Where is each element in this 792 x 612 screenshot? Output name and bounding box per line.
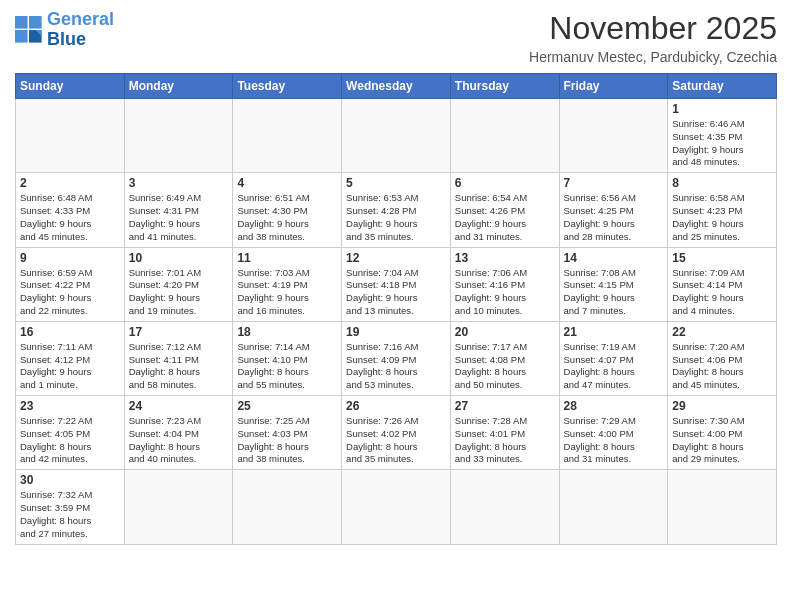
day-info: Sunrise: 7:28 AM Sunset: 4:01 PM Dayligh… bbox=[455, 415, 555, 466]
day-cell: 5Sunrise: 6:53 AM Sunset: 4:28 PM Daylig… bbox=[342, 173, 451, 247]
day-cell bbox=[450, 99, 559, 173]
day-cell: 19Sunrise: 7:16 AM Sunset: 4:09 PM Dayli… bbox=[342, 321, 451, 395]
day-cell: 23Sunrise: 7:22 AM Sunset: 4:05 PM Dayli… bbox=[16, 396, 125, 470]
day-cell bbox=[16, 99, 125, 173]
day-cell: 18Sunrise: 7:14 AM Sunset: 4:10 PM Dayli… bbox=[233, 321, 342, 395]
day-info: Sunrise: 7:01 AM Sunset: 4:20 PM Dayligh… bbox=[129, 267, 229, 318]
day-info: Sunrise: 7:17 AM Sunset: 4:08 PM Dayligh… bbox=[455, 341, 555, 392]
day-number: 1 bbox=[672, 102, 772, 116]
day-cell: 9Sunrise: 6:59 AM Sunset: 4:22 PM Daylig… bbox=[16, 247, 125, 321]
day-number: 27 bbox=[455, 399, 555, 413]
day-number: 10 bbox=[129, 251, 229, 265]
week-row-1: 2Sunrise: 6:48 AM Sunset: 4:33 PM Daylig… bbox=[16, 173, 777, 247]
day-cell: 10Sunrise: 7:01 AM Sunset: 4:20 PM Dayli… bbox=[124, 247, 233, 321]
day-number: 17 bbox=[129, 325, 229, 339]
day-cell: 28Sunrise: 7:29 AM Sunset: 4:00 PM Dayli… bbox=[559, 396, 668, 470]
day-cell: 1Sunrise: 6:46 AM Sunset: 4:35 PM Daylig… bbox=[668, 99, 777, 173]
day-number: 24 bbox=[129, 399, 229, 413]
day-cell bbox=[559, 470, 668, 544]
day-cell: 11Sunrise: 7:03 AM Sunset: 4:19 PM Dayli… bbox=[233, 247, 342, 321]
day-cell: 20Sunrise: 7:17 AM Sunset: 4:08 PM Dayli… bbox=[450, 321, 559, 395]
day-info: Sunrise: 6:54 AM Sunset: 4:26 PM Dayligh… bbox=[455, 192, 555, 243]
logo-icon bbox=[15, 16, 43, 44]
day-cell: 26Sunrise: 7:26 AM Sunset: 4:02 PM Dayli… bbox=[342, 396, 451, 470]
day-number: 14 bbox=[564, 251, 664, 265]
day-number: 16 bbox=[20, 325, 120, 339]
day-number: 26 bbox=[346, 399, 446, 413]
day-info: Sunrise: 7:16 AM Sunset: 4:09 PM Dayligh… bbox=[346, 341, 446, 392]
day-number: 30 bbox=[20, 473, 120, 487]
day-number: 20 bbox=[455, 325, 555, 339]
day-cell: 14Sunrise: 7:08 AM Sunset: 4:15 PM Dayli… bbox=[559, 247, 668, 321]
week-row-4: 23Sunrise: 7:22 AM Sunset: 4:05 PM Dayli… bbox=[16, 396, 777, 470]
day-cell: 15Sunrise: 7:09 AM Sunset: 4:14 PM Dayli… bbox=[668, 247, 777, 321]
day-number: 4 bbox=[237, 176, 337, 190]
day-cell bbox=[559, 99, 668, 173]
day-number: 23 bbox=[20, 399, 120, 413]
day-info: Sunrise: 7:09 AM Sunset: 4:14 PM Dayligh… bbox=[672, 267, 772, 318]
day-cell: 16Sunrise: 7:11 AM Sunset: 4:12 PM Dayli… bbox=[16, 321, 125, 395]
day-number: 9 bbox=[20, 251, 120, 265]
col-wednesday: Wednesday bbox=[342, 74, 451, 99]
day-number: 2 bbox=[20, 176, 120, 190]
day-cell: 21Sunrise: 7:19 AM Sunset: 4:07 PM Dayli… bbox=[559, 321, 668, 395]
day-number: 25 bbox=[237, 399, 337, 413]
day-number: 11 bbox=[237, 251, 337, 265]
day-info: Sunrise: 7:14 AM Sunset: 4:10 PM Dayligh… bbox=[237, 341, 337, 392]
day-info: Sunrise: 7:23 AM Sunset: 4:04 PM Dayligh… bbox=[129, 415, 229, 466]
day-info: Sunrise: 6:51 AM Sunset: 4:30 PM Dayligh… bbox=[237, 192, 337, 243]
day-cell bbox=[450, 470, 559, 544]
col-saturday: Saturday bbox=[668, 74, 777, 99]
day-cell: 27Sunrise: 7:28 AM Sunset: 4:01 PM Dayli… bbox=[450, 396, 559, 470]
col-friday: Friday bbox=[559, 74, 668, 99]
day-cell: 17Sunrise: 7:12 AM Sunset: 4:11 PM Dayli… bbox=[124, 321, 233, 395]
day-number: 29 bbox=[672, 399, 772, 413]
day-cell: 30Sunrise: 7:32 AM Sunset: 3:59 PM Dayli… bbox=[16, 470, 125, 544]
month-title: November 2025 bbox=[529, 10, 777, 47]
day-info: Sunrise: 6:49 AM Sunset: 4:31 PM Dayligh… bbox=[129, 192, 229, 243]
day-number: 6 bbox=[455, 176, 555, 190]
day-cell bbox=[668, 470, 777, 544]
day-cell: 12Sunrise: 7:04 AM Sunset: 4:18 PM Dayli… bbox=[342, 247, 451, 321]
header: General Blue November 2025 Hermanuv Mest… bbox=[15, 10, 777, 65]
day-info: Sunrise: 7:32 AM Sunset: 3:59 PM Dayligh… bbox=[20, 489, 120, 540]
day-number: 21 bbox=[564, 325, 664, 339]
day-cell bbox=[124, 470, 233, 544]
day-info: Sunrise: 6:59 AM Sunset: 4:22 PM Dayligh… bbox=[20, 267, 120, 318]
header-row: Sunday Monday Tuesday Wednesday Thursday… bbox=[16, 74, 777, 99]
day-info: Sunrise: 7:03 AM Sunset: 4:19 PM Dayligh… bbox=[237, 267, 337, 318]
day-cell: 29Sunrise: 7:30 AM Sunset: 4:00 PM Dayli… bbox=[668, 396, 777, 470]
day-info: Sunrise: 7:30 AM Sunset: 4:00 PM Dayligh… bbox=[672, 415, 772, 466]
logo: General Blue bbox=[15, 10, 114, 50]
day-info: Sunrise: 7:25 AM Sunset: 4:03 PM Dayligh… bbox=[237, 415, 337, 466]
day-cell: 13Sunrise: 7:06 AM Sunset: 4:16 PM Dayli… bbox=[450, 247, 559, 321]
svg-rect-0 bbox=[15, 16, 28, 29]
day-info: Sunrise: 6:56 AM Sunset: 4:25 PM Dayligh… bbox=[564, 192, 664, 243]
day-number: 22 bbox=[672, 325, 772, 339]
day-number: 7 bbox=[564, 176, 664, 190]
day-number: 3 bbox=[129, 176, 229, 190]
col-monday: Monday bbox=[124, 74, 233, 99]
day-cell: 25Sunrise: 7:25 AM Sunset: 4:03 PM Dayli… bbox=[233, 396, 342, 470]
day-cell bbox=[233, 470, 342, 544]
col-sunday: Sunday bbox=[16, 74, 125, 99]
day-number: 18 bbox=[237, 325, 337, 339]
day-cell: 8Sunrise: 6:58 AM Sunset: 4:23 PM Daylig… bbox=[668, 173, 777, 247]
day-info: Sunrise: 6:58 AM Sunset: 4:23 PM Dayligh… bbox=[672, 192, 772, 243]
day-number: 13 bbox=[455, 251, 555, 265]
week-row-2: 9Sunrise: 6:59 AM Sunset: 4:22 PM Daylig… bbox=[16, 247, 777, 321]
day-number: 15 bbox=[672, 251, 772, 265]
day-number: 8 bbox=[672, 176, 772, 190]
week-row-5: 30Sunrise: 7:32 AM Sunset: 3:59 PM Dayli… bbox=[16, 470, 777, 544]
day-number: 5 bbox=[346, 176, 446, 190]
day-number: 19 bbox=[346, 325, 446, 339]
day-number: 12 bbox=[346, 251, 446, 265]
location: Hermanuv Mestec, Pardubicky, Czechia bbox=[529, 49, 777, 65]
calendar-page: General Blue November 2025 Hermanuv Mest… bbox=[0, 0, 792, 612]
day-cell: 6Sunrise: 6:54 AM Sunset: 4:26 PM Daylig… bbox=[450, 173, 559, 247]
calendar-table: Sunday Monday Tuesday Wednesday Thursday… bbox=[15, 73, 777, 545]
day-info: Sunrise: 7:06 AM Sunset: 4:16 PM Dayligh… bbox=[455, 267, 555, 318]
day-cell bbox=[124, 99, 233, 173]
day-info: Sunrise: 7:26 AM Sunset: 4:02 PM Dayligh… bbox=[346, 415, 446, 466]
day-info: Sunrise: 7:12 AM Sunset: 4:11 PM Dayligh… bbox=[129, 341, 229, 392]
